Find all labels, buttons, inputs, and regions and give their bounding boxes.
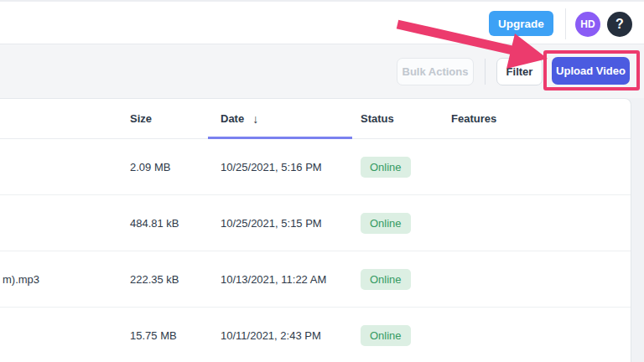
user-avatar[interactable]: HD — [575, 12, 600, 37]
app-window: Upgrade HD ? Bulk Actions Filter Upload … — [0, 0, 644, 362]
table-header-row: Size Date ↓ Status Features — [0, 99, 631, 139]
table-body: 2.09 MB 10/25/2021, 5:16 PM Online 484.8… — [0, 139, 631, 362]
status-badge: Online — [361, 157, 411, 178]
table-row[interactable]: 15.75 MB 10/11/2021, 2:43 PM Online — [0, 308, 631, 362]
column-header-features: Features — [443, 112, 631, 125]
file-name-cell: m).mp3 — [0, 273, 117, 286]
content-area: Size Date ↓ Status Features 2.09 MB 10/2… — [0, 98, 644, 362]
header-divider — [565, 8, 566, 39]
file-status-cell: Online — [352, 157, 443, 178]
file-date-cell: 10/11/2021, 2:43 PM — [208, 329, 352, 342]
upgrade-button[interactable]: Upgrade — [489, 11, 553, 36]
file-date-cell: 10/25/2021, 5:15 PM — [208, 217, 352, 230]
file-size-cell: 484.81 kB — [117, 217, 208, 230]
column-header-size[interactable]: Size — [117, 112, 208, 125]
column-header-date-label: Date — [221, 112, 244, 125]
status-badge: Online — [361, 269, 411, 290]
file-status-cell: Online — [352, 213, 443, 234]
toolbar-divider — [485, 59, 486, 85]
file-size-cell: 222.35 kB — [117, 273, 208, 286]
sort-descending-icon: ↓ — [252, 112, 258, 126]
filter-button[interactable]: Filter — [496, 58, 543, 85]
upload-video-button[interactable]: Upload Video — [552, 57, 630, 85]
sort-active-underline — [208, 137, 352, 139]
file-status-cell: Online — [352, 325, 443, 346]
column-header-status: Status — [352, 112, 443, 125]
help-icon[interactable]: ? — [607, 12, 632, 37]
table-row[interactable]: 484.81 kB 10/25/2021, 5:15 PM Online — [0, 195, 631, 251]
top-header-bar: Upgrade HD ? — [0, 0, 644, 44]
file-date-cell: 10/25/2021, 5:16 PM — [208, 161, 352, 173]
bulk-actions-button[interactable]: Bulk Actions — [397, 58, 474, 85]
file-status-cell: Online — [352, 269, 443, 290]
table-row[interactable]: m).mp3 222.35 kB 10/13/2021, 11:22 AM On… — [0, 251, 631, 308]
table-row[interactable]: 2.09 MB 10/25/2021, 5:16 PM Online — [0, 139, 631, 195]
status-badge: Online — [361, 325, 411, 346]
toolbar: Bulk Actions Filter Upload Video — [0, 44, 644, 98]
files-table: Size Date ↓ Status Features 2.09 MB 10/2… — [0, 98, 631, 362]
column-header-date[interactable]: Date ↓ — [208, 99, 352, 139]
file-size-cell: 2.09 MB — [117, 161, 208, 173]
file-date-cell: 10/13/2021, 11:22 AM — [208, 273, 352, 286]
status-badge: Online — [361, 213, 411, 234]
file-size-cell: 15.75 MB — [117, 329, 208, 342]
